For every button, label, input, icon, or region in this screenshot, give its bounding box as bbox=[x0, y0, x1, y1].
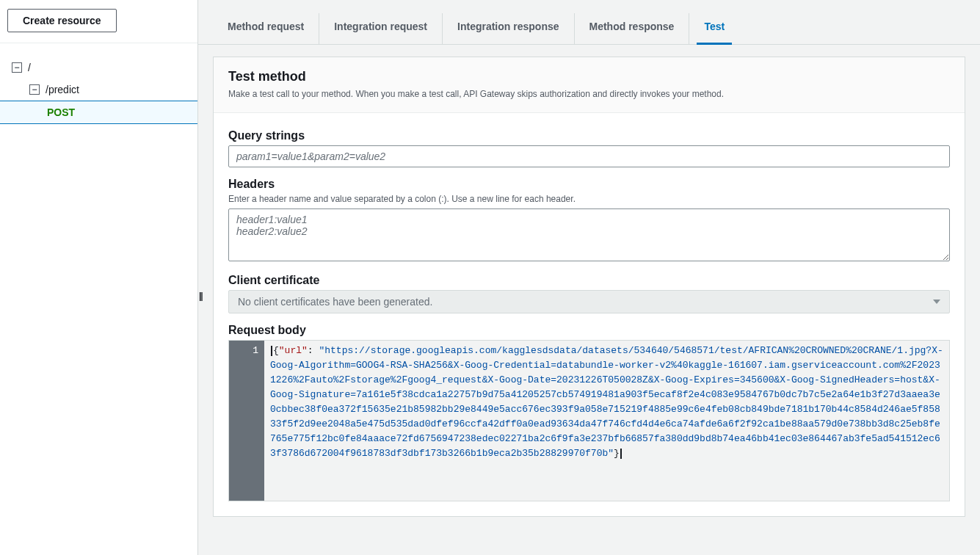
query-strings-label: Query strings bbox=[228, 129, 950, 142]
tab-method-response[interactable]: Method response bbox=[575, 13, 690, 44]
client-certificate-label: Client certificate bbox=[228, 274, 950, 287]
query-strings-input[interactable] bbox=[228, 145, 950, 167]
tree-root-label: / bbox=[28, 59, 31, 76]
panel-description: Make a test call to your method. When yo… bbox=[228, 89, 950, 99]
tab-integration-response[interactable]: Integration response bbox=[443, 13, 574, 44]
tree-predict[interactable]: − /predict bbox=[0, 79, 197, 101]
sidebar-collapse-handle[interactable]: ||| bbox=[199, 290, 202, 301]
method-tabs: Method request Integration request Integ… bbox=[198, 0, 980, 45]
headers-input[interactable] bbox=[228, 208, 950, 261]
panel-header: Test method Make a test call to your met… bbox=[214, 57, 965, 113]
tree-post-method[interactable]: POST bbox=[0, 101, 197, 124]
code-content[interactable]: {"url": "https://storage.googleapis.com/… bbox=[264, 341, 949, 501]
headers-hint: Enter a header name and value separated … bbox=[228, 194, 950, 204]
line-number: 1 bbox=[232, 344, 258, 358]
code-gutter: 1 bbox=[229, 341, 264, 501]
request-body-editor[interactable]: 1 {"url": "https://storage.googleapis.co… bbox=[228, 340, 950, 501]
chevron-down-icon bbox=[933, 300, 940, 304]
client-certificate-value: No client certificates have been generat… bbox=[238, 296, 432, 308]
tree-root[interactable]: − / bbox=[0, 57, 197, 79]
tab-integration-request[interactable]: Integration request bbox=[319, 13, 443, 44]
headers-label: Headers bbox=[228, 178, 950, 191]
tree-post-label: POST bbox=[47, 104, 75, 120]
resource-tree: − / − /predict POST bbox=[0, 43, 197, 124]
json-key: "url" bbox=[279, 345, 308, 356]
tree-predict-label: /predict bbox=[46, 81, 79, 98]
json-value: "https://storage.googleapis.com/kagglesd… bbox=[270, 345, 943, 459]
request-body-label: Request body bbox=[228, 324, 950, 337]
main-content: Method request Integration request Integ… bbox=[198, 0, 980, 555]
tab-method-request[interactable]: Method request bbox=[213, 13, 319, 44]
panel-title: Test method bbox=[228, 69, 950, 84]
create-resource-button[interactable]: Create resource bbox=[7, 9, 117, 32]
tab-test[interactable]: Test bbox=[689, 13, 739, 44]
sidebar: Create resource − / − /predict POST ||| bbox=[0, 0, 198, 555]
collapse-icon[interactable]: − bbox=[12, 62, 22, 73]
collapse-icon[interactable]: − bbox=[29, 84, 40, 95]
client-certificate-select[interactable]: No client certificates have been generat… bbox=[228, 290, 950, 313]
test-method-panel: Test method Make a test call to your met… bbox=[213, 57, 965, 517]
